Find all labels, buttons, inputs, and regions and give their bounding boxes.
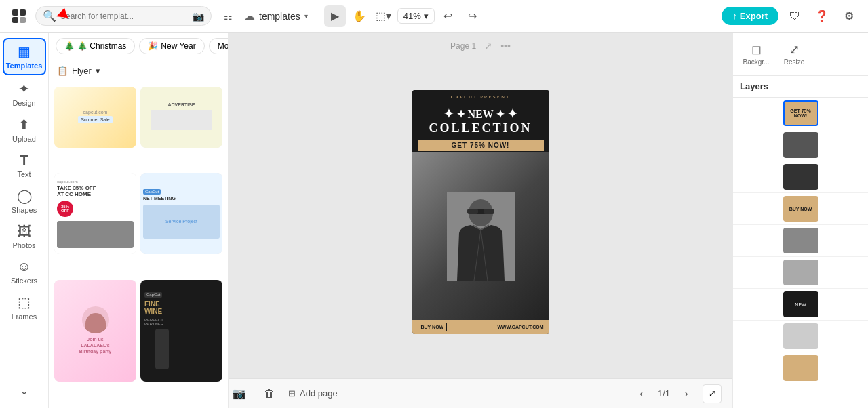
- new-text: ✦ NEW ✦: [456, 108, 505, 121]
- export-icon: ↑: [732, 11, 737, 21]
- fit-screen-button[interactable]: ⤢: [703, 384, 722, 403]
- templates-panel: ◀ 🎄 🎄 Christmas 🎉 New Year Mo... 📋 Flyer…: [49, 33, 229, 408]
- sidebar-item-frames[interactable]: ⬚ Frames: [3, 290, 46, 325]
- stickers-icon: ☺: [17, 259, 31, 274]
- layer-thumb-1[interactable]: GET 75% NOW!: [783, 100, 818, 126]
- sidebar-item-templates-label: Templates: [6, 62, 43, 70]
- redo-button[interactable]: ↪: [462, 5, 484, 27]
- export-button[interactable]: ↑ Export: [722, 7, 778, 25]
- layer-item[interactable]: [733, 225, 868, 257]
- svg-rect-7: [467, 209, 478, 214]
- select-tool-button[interactable]: ▶: [324, 5, 346, 27]
- layer-thumb-9[interactable]: [783, 355, 818, 381]
- frame-tool-button[interactable]: ⬚▾: [373, 5, 395, 27]
- layer-item[interactable]: NEW: [733, 289, 868, 321]
- canvas-content: Page 1 ⤢ ••• CAPCUT PRESENT ✦ ✦ NEW ✦ ✦ …: [229, 33, 732, 378]
- resize-tool[interactable]: ⤢ Resize: [776, 38, 812, 70]
- undo-redo-group: ↩ ↪: [437, 5, 484, 27]
- prev-page-button[interactable]: ‹: [631, 383, 652, 405]
- layer-thumb-5[interactable]: [783, 228, 818, 253]
- template-sort-button[interactable]: ⚏: [217, 5, 239, 27]
- dc-badge: GET 75% NOW!: [418, 140, 544, 151]
- sidebar-item-upload-label: Upload: [12, 135, 36, 143]
- layer-thumb-2[interactable]: [783, 132, 818, 158]
- dc-new-collection: ✦ ✦ NEW ✦ ✦ COLLECTION: [412, 104, 549, 138]
- svg-rect-0: [12, 9, 18, 16]
- tag-more[interactable]: Mo...: [209, 38, 228, 54]
- sidebar-item-design-label: Design: [12, 99, 35, 107]
- page-options-icon[interactable]: •••: [500, 41, 511, 52]
- sidebar-item-stickers[interactable]: ☺ Stickers: [3, 255, 46, 289]
- frames-icon: ⬚: [18, 294, 31, 310]
- background-icon: ◻: [751, 42, 762, 57]
- layer-item[interactable]: [733, 321, 868, 352]
- sidebar-item-shapes[interactable]: ◯ Shapes: [3, 184, 46, 218]
- template-card-promo[interactable]: capcut.com TAKE 35% OFFAT CC HOME 35%OFF: [54, 173, 136, 254]
- settings-button[interactable]: ⚙: [838, 5, 860, 27]
- layers-header: Layers: [733, 76, 868, 98]
- background-tool[interactable]: ◻ Backgr...: [738, 38, 774, 70]
- zoom-control[interactable]: 41% ▾: [397, 8, 435, 24]
- template-card[interactable]: ADVERTISE: [140, 87, 222, 148]
- template-card[interactable]: capcut.com Summer Sale: [54, 87, 136, 148]
- layer-item[interactable]: [733, 257, 868, 289]
- canvas-bottom: 📷 🗑 ⊞ Add page ‹ 1/1 › ⤢: [229, 378, 732, 408]
- layer-thumb-4[interactable]: BUY NOW: [783, 196, 818, 222]
- layer-thumb-8[interactable]: [783, 323, 818, 349]
- layer-7-text: NEW: [795, 302, 806, 307]
- star-icon-right: ✦: [507, 106, 517, 121]
- sidebar-item-templates[interactable]: ▦ Templates: [3, 38, 46, 75]
- layer-thumb-6[interactable]: [783, 260, 818, 285]
- templates-tags: 🎄 🎄 Christmas 🎉 New Year Mo...: [49, 33, 228, 60]
- dc-buy-now: BUY NOW: [418, 323, 448, 331]
- icon-sidebar: ▦ Templates ✦ Design ⬆ Upload T Text ◯ S…: [0, 33, 49, 408]
- template-card-medical[interactable]: CapCut NET MEETING Service Project: [140, 173, 222, 254]
- shield-icon-button[interactable]: 🛡: [784, 5, 806, 27]
- layer-item[interactable]: [733, 161, 868, 193]
- next-page-button[interactable]: ›: [675, 383, 697, 405]
- delete-button[interactable]: 🗑: [258, 383, 280, 405]
- sidebar-item-text-label: Text: [17, 170, 31, 178]
- screenshot-button[interactable]: 📷: [229, 383, 250, 405]
- expand-page-icon[interactable]: ⤢: [484, 41, 492, 52]
- right-tools: ◻ Backgr... ⤢ Resize: [733, 33, 868, 76]
- templates-icon: ▦: [18, 43, 31, 60]
- layer-item[interactable]: GET 75% NOW!: [733, 98, 868, 129]
- category-icon: 📋: [57, 66, 68, 76]
- toolbar-tools: ▶ ✋ ⬚▾ 41% ▾ ↩ ↪: [324, 5, 484, 27]
- design-canvas: CAPCUT PRESENT ✦ ✦ NEW ✦ ✦ COLLECTION GE…: [412, 90, 549, 334]
- tag-christmas[interactable]: 🎄 🎄 Christmas: [56, 38, 135, 54]
- category-header[interactable]: 📋 Flyer ▾: [49, 60, 228, 81]
- template-card-wine[interactable]: CapCut FINEWINE PERFECTPARTNER: [140, 280, 222, 382]
- sidebar-collapse-button[interactable]: ⌄: [14, 380, 35, 401]
- sidebar-item-text[interactable]: T Text: [3, 148, 46, 182]
- page-label: Page 1: [450, 41, 476, 51]
- layer-thumb-3[interactable]: [783, 164, 818, 190]
- undo-button[interactable]: ↩: [437, 5, 459, 27]
- resize-icon: ⤢: [789, 42, 800, 57]
- svg-rect-1: [20, 9, 26, 16]
- breadcrumb: ☁ templates ▾: [244, 9, 308, 22]
- breadcrumb-chevron-icon[interactable]: ▾: [304, 12, 308, 20]
- zoom-level: 41%: [403, 11, 421, 21]
- template-card-birthday[interactable]: Join usLALALAEL'sBirthday party: [54, 280, 136, 382]
- tag-new-year[interactable]: 🎉 New Year: [139, 38, 204, 54]
- christmas-tree-icon: 🎄: [64, 41, 75, 51]
- camera-icon[interactable]: 📷: [193, 11, 204, 22]
- collection-text: COLLECTION: [415, 121, 547, 136]
- hand-tool-button[interactable]: ✋: [349, 5, 370, 27]
- sidebar-item-upload[interactable]: ⬆ Upload: [3, 113, 46, 147]
- layer-item[interactable]: BUY NOW: [733, 193, 868, 225]
- breadcrumb-label: templates: [259, 11, 300, 22]
- help-button[interactable]: ❓: [811, 5, 833, 27]
- sidebar-item-design[interactable]: ✦ Design: [3, 77, 46, 111]
- person-silhouette: [447, 192, 515, 281]
- layer-item[interactable]: [733, 352, 868, 384]
- topbar-left: 🔍 📷 ⚏: [8, 5, 239, 27]
- add-page-button[interactable]: ⊞ Add page: [288, 388, 338, 399]
- layer-item[interactable]: [733, 129, 868, 161]
- cloud-icon: ☁: [244, 9, 255, 22]
- layer-thumb-7[interactable]: NEW: [783, 291, 818, 317]
- sidebar-item-photos[interactable]: 🖼 Photos: [3, 220, 46, 253]
- search-input[interactable]: [60, 12, 189, 21]
